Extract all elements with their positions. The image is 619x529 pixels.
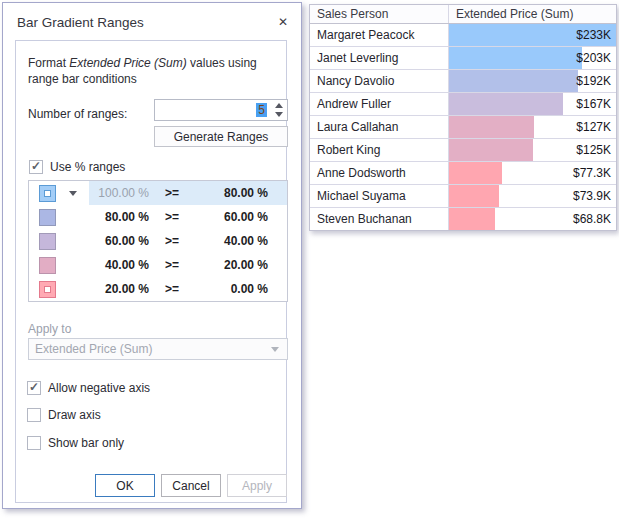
bar-gradient-ranges-dialog: Bar Gradient Ranges ✕ Format Extended Pr… — [2, 2, 302, 509]
range-row-arrow-slot — [56, 191, 89, 196]
value-text: $73.9K — [573, 185, 611, 207]
range-row[interactable]: 60.00 % >= 40.00 % — [29, 229, 287, 253]
column-header-extended-price[interactable]: Extended Price (Sum) — [449, 5, 616, 23]
ok-button[interactable]: OK — [95, 474, 155, 497]
sales-person-cell: Michael Suyama — [310, 185, 449, 207]
value-cell: $127K — [449, 116, 616, 138]
show-bar-only-checkbox[interactable] — [27, 436, 41, 450]
range-to-value: 20.00 % — [195, 258, 268, 272]
range-operator: >= — [149, 282, 195, 296]
value-cell: $68.8K — [449, 208, 616, 230]
range-from-value: 20.00 % — [89, 282, 149, 296]
range-operator: >= — [149, 234, 195, 248]
range-editor[interactable]: 100.00 % >= 80.00 % — [89, 181, 287, 205]
data-bar — [449, 139, 533, 161]
description-field-name: Extended Price (Sum) — [69, 56, 186, 70]
table-row: Andrew Fuller $167K — [310, 93, 616, 116]
dialog-content-panel: Format Extended Price (Sum) values using… — [15, 40, 287, 503]
draw-axis-row[interactable]: Draw axis — [27, 408, 101, 422]
value-cell: $77.3K — [449, 162, 616, 184]
spinner-down-icon[interactable] — [275, 112, 283, 117]
range-row[interactable]: 20.00 % >= 0.00 % — [29, 277, 287, 301]
table-row: Margaret Peacock $233K — [310, 24, 616, 47]
sales-person-cell: Janet Leverling — [310, 47, 449, 69]
range-color-swatch[interactable] — [39, 233, 56, 250]
description-prefix: Format — [28, 56, 69, 70]
range-to-value: 0.00 % — [195, 282, 268, 296]
range-from-value: 100.00 % — [89, 186, 149, 200]
range-row[interactable]: 100.00 % >= 80.00 % — [29, 181, 287, 205]
table-row: Steven Buchanan $68.8K — [310, 208, 616, 230]
table-row: Janet Leverling $203K — [310, 47, 616, 70]
range-editor[interactable]: 40.00 % >= 20.00 % — [89, 253, 287, 277]
apply-to-combobox: Extended Price (Sum) — [28, 338, 288, 360]
dialog-button-row: OK Cancel Apply — [95, 474, 287, 497]
chevron-down-icon — [271, 347, 279, 352]
range-color-swatch[interactable] — [39, 209, 56, 226]
show-bar-only-row[interactable]: Show bar only — [27, 436, 124, 450]
range-list: 100.00 % >= 80.00 % 80.00 % >= 60.00 % — [28, 180, 288, 302]
spinner-buttons — [270, 100, 287, 120]
table-row: Michael Suyama $73.9K — [310, 185, 616, 208]
range-row[interactable]: 40.00 % >= 20.00 % — [29, 253, 287, 277]
value-text: $125K — [576, 139, 611, 161]
draw-axis-checkbox[interactable] — [27, 408, 41, 422]
value-text: $233K — [576, 24, 611, 46]
spinner-value: 5 — [155, 103, 270, 117]
color-well-icon — [44, 190, 51, 197]
generate-ranges-button[interactable]: Generate Ranges — [154, 126, 288, 147]
range-row[interactable]: 80.00 % >= 60.00 % — [29, 205, 287, 229]
spinner-up-icon[interactable] — [275, 103, 283, 108]
value-text: $192K — [576, 70, 611, 92]
sales-person-cell: Margaret Peacock — [310, 24, 449, 46]
value-cell: $167K — [449, 93, 616, 115]
value-text: $77.3K — [573, 162, 611, 184]
data-bar — [449, 47, 582, 69]
range-to-value: 80.00 % — [195, 186, 268, 200]
use-percent-ranges-label: Use % ranges — [50, 160, 125, 174]
table-row: Anne Dodsworth $77.3K — [310, 162, 616, 185]
dialog-title: Bar Gradient Ranges — [17, 15, 144, 30]
close-icon[interactable]: ✕ — [276, 14, 290, 30]
range-editor[interactable]: 20.00 % >= 0.00 % — [89, 277, 287, 301]
use-percent-ranges-row[interactable]: Use % ranges — [29, 160, 125, 174]
use-percent-ranges-checkbox[interactable] — [29, 160, 43, 174]
value-cell: $192K — [449, 70, 616, 92]
range-color-swatch[interactable] — [39, 185, 56, 202]
allow-negative-axis-checkbox[interactable] — [27, 381, 41, 395]
data-bar — [449, 162, 502, 184]
range-from-value: 80.00 % — [89, 210, 149, 224]
color-well-icon — [44, 286, 51, 293]
value-cell: $73.9K — [449, 185, 616, 207]
column-header-sales-person[interactable]: Sales Person — [310, 5, 449, 23]
value-cell: $203K — [449, 47, 616, 69]
data-bar — [449, 93, 563, 115]
range-operator: >= — [149, 186, 195, 200]
sales-person-cell: Nancy Davolio — [310, 70, 449, 92]
data-bar — [449, 185, 499, 207]
range-operator: >= — [149, 258, 195, 272]
range-to-value: 60.00 % — [195, 210, 268, 224]
cancel-button[interactable]: Cancel — [161, 474, 221, 497]
range-editor[interactable]: 60.00 % >= 40.00 % — [89, 229, 287, 253]
allow-negative-axis-row[interactable]: Allow negative axis — [27, 381, 150, 395]
range-color-swatch[interactable] — [39, 257, 56, 274]
value-text: $127K — [576, 116, 611, 138]
sales-person-cell: Laura Callahan — [310, 116, 449, 138]
data-bar — [449, 116, 534, 138]
sales-person-cell: Andrew Fuller — [310, 93, 449, 115]
range-color-swatch[interactable] — [39, 281, 56, 298]
data-bar — [449, 70, 578, 92]
sales-person-cell: Steven Buchanan — [310, 208, 449, 230]
data-bar — [449, 208, 495, 230]
draw-axis-label: Draw axis — [48, 408, 101, 422]
apply-to-label: Apply to — [28, 322, 71, 336]
number-of-ranges-spinner[interactable]: 5 — [154, 99, 288, 121]
range-from-value: 60.00 % — [89, 234, 149, 248]
dialog-titlebar: Bar Gradient Ranges ✕ — [17, 11, 290, 33]
show-bar-only-label: Show bar only — [48, 436, 124, 450]
range-editor[interactable]: 80.00 % >= 60.00 % — [89, 205, 287, 229]
range-from-value: 40.00 % — [89, 258, 149, 272]
sales-table: Sales Person Extended Price (Sum) Margar… — [309, 4, 617, 231]
chevron-down-icon[interactable] — [69, 191, 77, 196]
